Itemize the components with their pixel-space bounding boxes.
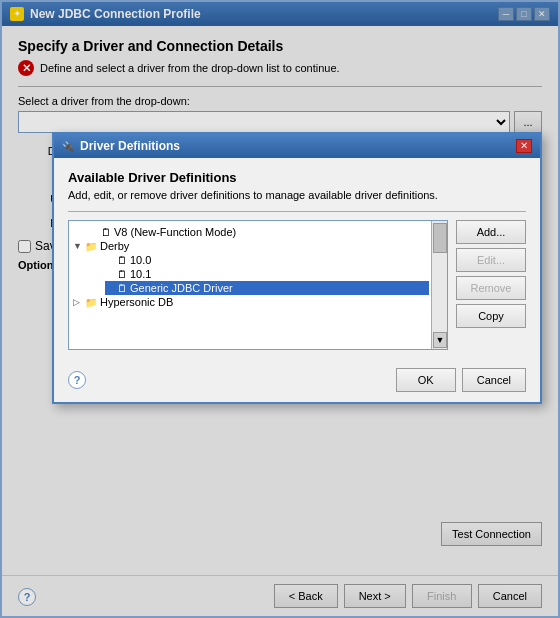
scrollbar-down[interactable]: ▼ (433, 332, 447, 348)
dialog-help-button[interactable]: ? (68, 371, 86, 389)
tree-icon-10-1: 🗒 (117, 269, 127, 280)
footer-buttons: OK Cancel (396, 368, 526, 392)
tree-label-derby: Derby (100, 240, 129, 252)
dialog-close-button[interactable]: ✕ (516, 139, 532, 153)
dialog-title-text: Driver Definitions (80, 139, 510, 153)
driver-tree-panel[interactable]: 🗒 V8 (New-Function Mode) ▼ 📁 Derby (68, 220, 448, 350)
edit-button[interactable]: Edit... (456, 248, 526, 272)
tree-item-generic-jdbc[interactable]: 🗒 Generic JDBC Driver (105, 281, 429, 295)
dialog-description: Add, edit, or remove driver definitions … (68, 189, 526, 201)
dialog-cancel-button[interactable]: Cancel (462, 368, 526, 392)
dialog-divider (68, 211, 526, 212)
dialog-section-title: Available Driver Definitions (68, 170, 526, 185)
tree-icon-10-0: 🗒 (117, 255, 127, 266)
tree-item-hypersonic[interactable]: ▷ 📁 Hypersonic DB (73, 295, 429, 309)
dialog-main-area: 🗒 V8 (New-Function Mode) ▼ 📁 Derby (68, 220, 526, 350)
tree-icon-v8: 🗒 (101, 227, 111, 238)
main-window: ✦ New JDBC Connection Profile ─ □ ✕ Spec… (0, 0, 560, 618)
remove-button[interactable]: Remove (456, 276, 526, 300)
action-buttons: Add... Edit... Remove Copy (456, 220, 526, 350)
tree-toggle-hypersonic: ▷ (73, 297, 83, 307)
add-button[interactable]: Add... (456, 220, 526, 244)
tree-content: 🗒 V8 (New-Function Mode) ▼ 📁 Derby (69, 221, 447, 313)
tree-icon-derby: 📁 (85, 241, 97, 252)
tree-label-10-1: 10.1 (130, 268, 151, 280)
dialog-title-icon: 🔌 (62, 141, 74, 152)
tree-item-v8[interactable]: 🗒 V8 (New-Function Mode) (89, 225, 429, 239)
tree-toggle-derby: ▼ (73, 241, 83, 251)
tree-item-10-0[interactable]: 🗒 10.0 (105, 253, 429, 267)
dialog-body: Available Driver Definitions Add, edit, … (54, 158, 540, 360)
scrollbar-thumb (433, 223, 447, 253)
tree-item-derby[interactable]: ▼ 📁 Derby (73, 239, 429, 253)
tree-label-10-0: 10.0 (130, 254, 151, 266)
dialog-title-bar: 🔌 Driver Definitions ✕ (54, 134, 540, 158)
tree-icon-hypersonic: 📁 (85, 297, 97, 308)
tree-scrollbar[interactable]: ▼ (431, 221, 447, 349)
tree-label-v8: V8 (New-Function Mode) (114, 226, 236, 238)
tree-icon-generic-jdbc: 🗒 (117, 283, 127, 294)
tree-label-generic-jdbc: Generic JDBC Driver (130, 282, 233, 294)
tree-label-hypersonic: Hypersonic DB (100, 296, 173, 308)
copy-button[interactable]: Copy (456, 304, 526, 328)
dialog-ok-button[interactable]: OK (396, 368, 456, 392)
driver-definitions-dialog: 🔌 Driver Definitions ✕ Available Driver … (52, 132, 542, 404)
tree-item-10-1[interactable]: 🗒 10.1 (105, 267, 429, 281)
dialog-footer: ? OK Cancel (54, 360, 540, 402)
